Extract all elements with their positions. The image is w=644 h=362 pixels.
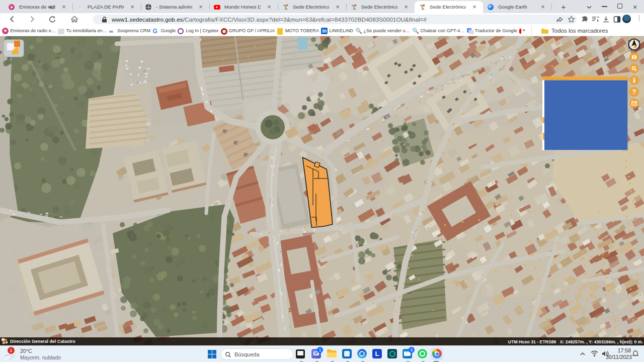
svg-text:?: ?: [632, 88, 636, 96]
svg-text:Mapa de Google: Mapa de Google: [546, 77, 569, 80]
svg-text:文: 文: [467, 28, 471, 32]
